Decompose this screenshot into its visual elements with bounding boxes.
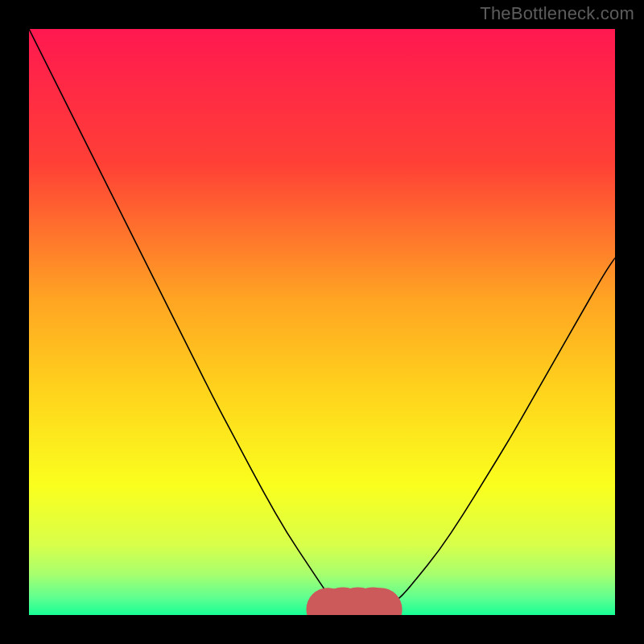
chart-frame: TheBottleneck.com	[0, 0, 644, 644]
watermark-text: TheBottleneck.com	[480, 3, 634, 24]
plot-svg	[29, 29, 615, 615]
gradient-background	[29, 29, 615, 615]
plot-area	[29, 29, 615, 615]
